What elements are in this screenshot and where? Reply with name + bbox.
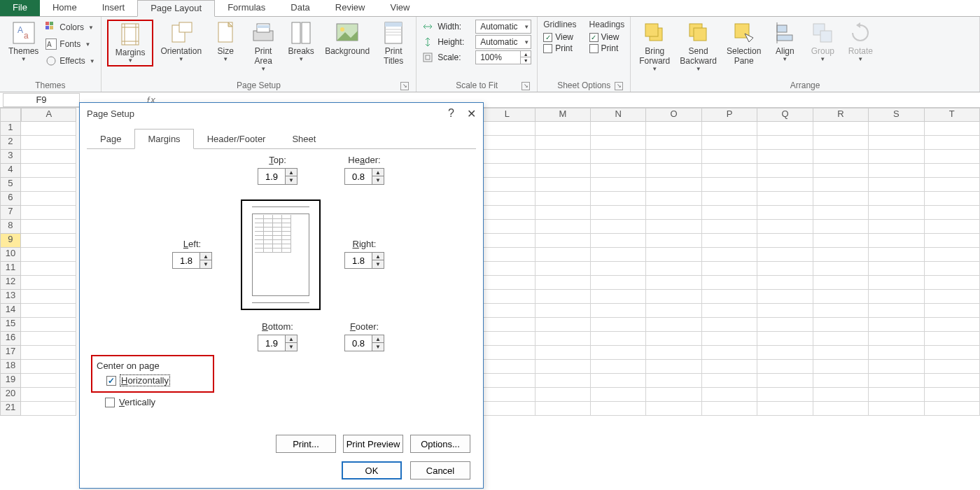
margin-footer-spinner[interactable]: ▲▼ (344, 335, 384, 351)
column-header[interactable]: O (646, 108, 701, 122)
close-button[interactable]: ✕ (467, 107, 476, 120)
align-button[interactable]: Align▼ (768, 20, 802, 64)
tab-view[interactable]: View (377, 0, 422, 16)
margins-button[interactable]: Margins ▼ (107, 20, 154, 66)
gridlines-view-checkbox[interactable]: ✓View (543, 32, 573, 42)
select-all-button[interactable] (0, 108, 21, 122)
tab-insert[interactable]: Insert (90, 0, 138, 16)
column-header[interactable]: Q (757, 108, 813, 122)
margin-header-input[interactable] (345, 169, 372, 184)
selection-pane-button[interactable]: Selection Pane (724, 20, 764, 67)
height-icon (422, 36, 433, 48)
tab-review[interactable]: Review (323, 0, 378, 16)
margin-left-field: Left: ▲▼ (172, 239, 212, 269)
tab-home[interactable]: Home (40, 0, 90, 16)
column-header[interactable]: S (869, 108, 924, 122)
row-header[interactable]: 8 (0, 220, 21, 234)
row-header[interactable]: 2 (0, 136, 21, 150)
size-button[interactable]: Size▼ (209, 20, 242, 64)
margin-top-input[interactable] (258, 169, 285, 184)
row-header[interactable]: 10 (0, 248, 21, 262)
column-header[interactable]: R (813, 108, 869, 122)
row-header[interactable]: 16 (0, 332, 21, 346)
center-vertically-row: Vertically (95, 394, 155, 407)
height-combo[interactable]: Automatic▼ (475, 35, 531, 49)
colors-button[interactable]: Colors▼ (46, 20, 94, 35)
tab-data[interactable]: Data (278, 0, 322, 16)
row-header[interactable]: 6 (0, 192, 21, 206)
column-header[interactable]: L (479, 108, 535, 122)
row-header[interactable]: 4 (0, 164, 21, 178)
column-header[interactable]: P (702, 108, 757, 122)
row-header[interactable]: 11 (0, 262, 21, 276)
dialog-body: Top: ▲▼ Header: ▲▼ Left: ▲▼ Right: ▲▼ Bo… (80, 149, 483, 450)
margin-bottom-spinner[interactable]: ▲▼ (258, 335, 298, 351)
margin-left-spinner[interactable]: ▲▼ (172, 252, 212, 269)
dialog-tab-page[interactable]: Page (87, 129, 134, 149)
page-setup-launcher[interactable]: ↘ (400, 82, 409, 90)
row-header[interactable]: 12 (0, 276, 21, 290)
tab-page-layout[interactable]: Page Layout (137, 0, 215, 17)
print-area-button[interactable]: Print Area▼ (246, 20, 280, 74)
bring-forward-button[interactable]: Bring Forward▼ (636, 20, 673, 74)
margin-top-spinner[interactable]: ▲▼ (258, 168, 298, 185)
row-header[interactable]: 21 (0, 402, 21, 416)
rotate-button[interactable]: Rotate▼ (844, 20, 877, 64)
cancel-button[interactable]: Cancel (410, 461, 470, 479)
headings-view-checkbox[interactable]: ✓View (589, 32, 620, 42)
column-header[interactable]: M (536, 108, 591, 122)
row-header[interactable]: 20 (0, 388, 21, 402)
themes-button[interactable]: Aa Themes ▼ (6, 20, 41, 64)
ok-button[interactable]: OK (342, 461, 402, 479)
headings-print-checkbox[interactable]: Print (589, 43, 619, 53)
row-header[interactable]: 1 (0, 122, 21, 136)
row-header[interactable]: 15 (0, 318, 21, 332)
column-header[interactable]: N (591, 108, 646, 122)
row-header[interactable]: 7 (0, 206, 21, 220)
effects-button[interactable]: Effects▼ (46, 53, 94, 69)
name-box[interactable]: F9 (3, 93, 80, 107)
margin-bottom-input[interactable] (258, 335, 285, 351)
help-button[interactable]: ? (448, 107, 454, 120)
group-button[interactable]: Group▼ (806, 20, 839, 64)
row-header[interactable]: 17 (0, 346, 21, 360)
send-backward-button[interactable]: Send Backward▼ (677, 20, 720, 74)
print-titles-button[interactable]: Print Titles (377, 20, 410, 67)
margin-right-spinner[interactable]: ▲▼ (344, 252, 384, 269)
breaks-button[interactable]: Breaks▼ (284, 20, 318, 64)
column-header[interactable]: T (925, 108, 980, 122)
dialog-tab-sheet[interactable]: Sheet (279, 129, 329, 149)
background-button[interactable]: Background (322, 20, 372, 57)
row-header[interactable]: 14 (0, 304, 21, 318)
margin-header-spinner[interactable]: ▲▼ (344, 168, 384, 185)
fonts-button[interactable]: AFonts▼ (46, 36, 94, 52)
gridlines-print-checkbox[interactable]: Print (543, 43, 573, 53)
margin-right-input[interactable] (345, 253, 372, 268)
margin-left-input[interactable] (173, 253, 200, 268)
dialog-tab-header-footer[interactable]: Header/Footer (194, 129, 279, 149)
print-preview-button[interactable]: Print Preview (343, 435, 403, 453)
sheet-options-launcher[interactable]: ↘ (615, 82, 623, 90)
center-horizontally-checkbox[interactable]: Horizontally (106, 375, 209, 386)
row-header[interactable]: 9 (0, 234, 21, 248)
margin-footer-input[interactable] (345, 335, 372, 351)
row-header[interactable]: 5 (0, 178, 21, 192)
width-combo[interactable]: Automatic▼ (475, 20, 531, 34)
dialog-tab-margins[interactable]: Margins (134, 129, 193, 149)
align-label: Align (776, 46, 794, 56)
scale-spinner[interactable]: 100%▲▼ (475, 50, 531, 64)
center-vertically-checkbox[interactable]: Vertically (105, 397, 155, 407)
dialog-titlebar[interactable]: Page Setup ? ✕ (80, 103, 483, 124)
options-button[interactable]: Options... (410, 435, 470, 453)
column-header[interactable]: A (21, 108, 76, 122)
row-header[interactable]: 13 (0, 290, 21, 304)
row-header[interactable]: 19 (0, 374, 21, 388)
orientation-button[interactable]: Orientation▼ (158, 20, 204, 64)
tab-formulas[interactable]: Formulas (215, 0, 278, 16)
print-button[interactable]: Print... (276, 435, 336, 453)
background-icon (335, 21, 359, 45)
scale-launcher[interactable]: ↘ (522, 82, 530, 90)
row-header[interactable]: 18 (0, 360, 21, 374)
tab-file[interactable]: File (0, 0, 40, 16)
row-header[interactable]: 3 (0, 150, 21, 164)
